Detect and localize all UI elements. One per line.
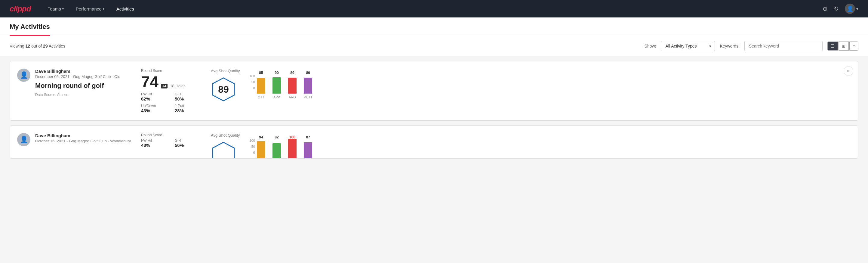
view-list-button[interactable]: ≡ [849, 41, 858, 51]
chart-col-ott: 94 OTT [257, 135, 265, 159]
chart-y-axis: 100 50 0 [250, 136, 255, 154]
avatar: 👤 [17, 68, 30, 82]
search-input[interactable] [744, 41, 823, 51]
card-info: Dave Billingham October 16, 2021 - Gog M… [35, 133, 131, 146]
person-icon: 👤 [20, 71, 28, 79]
bar-arg [288, 78, 297, 94]
fw-hit-value: 62% [141, 96, 167, 101]
edit-button[interactable]: ✏ [844, 66, 853, 76]
shot-quality: Avg Shot Quality 89 100 50 0 [211, 68, 851, 102]
avg-shot-quality-label: Avg Shot Quality [211, 68, 240, 73]
avatar: 👤 [845, 4, 855, 14]
score-row: 74 +4 18 Holes [141, 74, 201, 90]
one-putt-label: 1 Putt [175, 104, 201, 108]
chart-col-arg: 106 ARG [288, 135, 297, 159]
round-score: 74 [141, 74, 158, 90]
chart-bars: 94 OTT 82 APP [257, 136, 312, 159]
small-stats: FW Hit 62% GIR 50% Up/Down 43% 1 Putt 28… [141, 92, 201, 113]
bar-putt [304, 142, 312, 158]
bar-value-arg: 89 [290, 71, 294, 75]
view-grid-button[interactable]: ⊞ [839, 41, 849, 51]
view-toggle: ☰ ⊞ ≡ [828, 41, 858, 51]
bar-ott [257, 78, 265, 94]
data-source: Data Source: Arccos [35, 93, 120, 97]
gir-value: 56% [175, 143, 201, 148]
person-icon: 👤 [20, 136, 28, 144]
gir-value: 50% [175, 96, 201, 101]
avg-shot-quality-label: Avg Shot Quality [211, 133, 240, 138]
bar-putt [304, 78, 312, 94]
activity-card: 👤 Dave Billingham October 16, 2021 - Gog… [10, 125, 858, 158]
bar-ott [257, 141, 265, 158]
small-stats: FW Hit 43% GIR 56% [141, 139, 201, 148]
page-header: My Activities [0, 18, 868, 36]
bar-value-app: 82 [275, 135, 279, 139]
bar-value-ott: 94 [259, 135, 263, 139]
bar-arg [288, 139, 297, 158]
main-nav: clippd Teams ▾ Performance ▾ Activities … [0, 0, 868, 18]
chart-col-app: 82 APP [273, 135, 281, 159]
filter-bar: Viewing 12 out of 29 Activities Show: Al… [0, 36, 868, 56]
avatar-chevron-icon: ▾ [856, 7, 858, 11]
logo: clippd [10, 4, 40, 13]
nav-activities[interactable]: Activities [112, 4, 139, 14]
nav-icons: ⊕ ↻ 👤 ▾ [823, 4, 858, 14]
one-putt-value: 28% [175, 108, 201, 113]
card-date: October 16, 2021 - Gog Magog Golf Club -… [35, 139, 131, 143]
teams-chevron-icon: ▾ [62, 7, 64, 10]
chart-y-axis: 100 50 0 [250, 72, 255, 90]
bar-value-putt: 87 [306, 135, 310, 139]
shot-quality-chart: 100 50 0 94 OTT [250, 136, 851, 159]
bar-app [273, 77, 281, 94]
activity-card: ✏ 👤 Dave Billingham December 05, 2021 - … [10, 61, 858, 121]
activities-content: ✏ 👤 Dave Billingham December 05, 2021 - … [0, 61, 868, 173]
bar-label-putt: PUTT [304, 95, 312, 99]
card-info: Dave Billingham December 05, 2021 - Gog … [35, 68, 120, 97]
shot-quality-chart: 100 50 0 85 OTT [250, 72, 851, 99]
bar-label-ott: OTT [258, 95, 265, 99]
refresh-icon[interactable]: ↻ [834, 5, 839, 12]
svg-marker-1 [213, 142, 234, 158]
hex-score: 89 [218, 84, 229, 95]
round-stats: Round Score FW Hit 43% GIR 56% [141, 133, 201, 148]
round-score-label: Round Score [141, 68, 201, 73]
hex-score-badge: 89 [211, 77, 236, 102]
player-name: Dave Billingham [35, 133, 131, 138]
bar-label-app: APP [273, 95, 280, 99]
chart-bars: 85 OTT 90 [257, 72, 312, 99]
activity-type-select[interactable]: All Activity Types [661, 41, 715, 51]
card-left: 👤 Dave Billingham December 05, 2021 - Go… [17, 68, 131, 97]
chart-col-putt: 89 PUTT [304, 71, 312, 99]
chart-col-app: 90 APP [273, 71, 281, 99]
fw-hit-label: FW Hit [141, 92, 167, 96]
bar-value-ott: 85 [259, 71, 263, 75]
bar-app [273, 143, 281, 158]
activity-type-select-wrap: All Activity Types [661, 41, 715, 51]
card-date: December 05, 2021 - Gog Magog Golf Club … [35, 74, 120, 79]
card-left: 👤 Dave Billingham October 16, 2021 - Gog… [17, 133, 131, 146]
updown-label: Up/Down [141, 104, 167, 108]
user-avatar-wrap[interactable]: 👤 ▾ [845, 4, 858, 14]
gir-label: GIR [175, 92, 201, 96]
round-stats: Round Score 74 +4 18 Holes FW Hit 62% GI… [141, 68, 201, 113]
bar-value-putt: 89 [306, 71, 310, 75]
card-title: Morning round of golf [35, 82, 120, 90]
add-icon[interactable]: ⊕ [823, 5, 828, 12]
bar-label-arg: ARG [289, 95, 296, 99]
performance-chevron-icon: ▾ [103, 7, 104, 10]
player-name: Dave Billingham [35, 68, 120, 74]
hex-shape-icon [211, 141, 236, 158]
chart-col-arg: 89 ARG [288, 71, 297, 99]
shot-quality: Avg Shot Quality 100 50 0 [211, 133, 851, 158]
fw-hit-label: FW Hit [141, 139, 167, 143]
holes-count: 18 Holes [170, 84, 185, 88]
updown-value: 43% [141, 108, 167, 113]
view-list-dense-button[interactable]: ☰ [828, 41, 838, 51]
score-badge: +4 [161, 84, 168, 88]
nav-performance[interactable]: Performance ▾ [71, 4, 109, 14]
nav-teams[interactable]: Teams ▾ [43, 4, 69, 14]
bar-value-app: 90 [275, 71, 279, 75]
round-score-label: Round Score [141, 133, 201, 137]
show-label: Show: [645, 43, 656, 49]
gir-label: GIR [175, 139, 201, 143]
